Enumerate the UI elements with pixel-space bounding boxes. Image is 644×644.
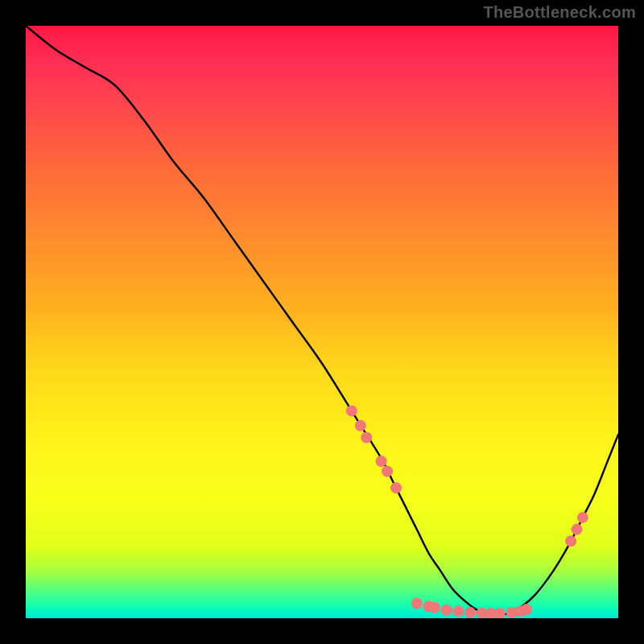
chart-marker — [355, 420, 366, 431]
chart-marker — [577, 512, 588, 523]
chart-markers — [346, 405, 588, 618]
chart-marker — [571, 524, 582, 535]
chart-marker — [376, 456, 387, 467]
plot-area — [26, 26, 618, 618]
chart-marker — [411, 598, 423, 609]
chart-marker — [361, 432, 372, 444]
chart-marker — [565, 535, 576, 547]
chart-marker — [346, 405, 357, 416]
chart-overlay-svg — [26, 26, 618, 618]
chart-marker — [429, 602, 440, 613]
chart-marker — [521, 604, 532, 615]
chart-curve — [26, 26, 618, 615]
chart-marker — [441, 605, 452, 616]
chart-marker — [390, 482, 402, 493]
chart-marker — [494, 608, 506, 618]
chart-stage: TheBottleneck.com — [0, 0, 644, 644]
chart-marker — [382, 465, 393, 477]
chart-marker — [452, 605, 464, 617]
chart-marker — [464, 607, 476, 618]
watermark-text: TheBottleneck.com — [483, 3, 636, 22]
